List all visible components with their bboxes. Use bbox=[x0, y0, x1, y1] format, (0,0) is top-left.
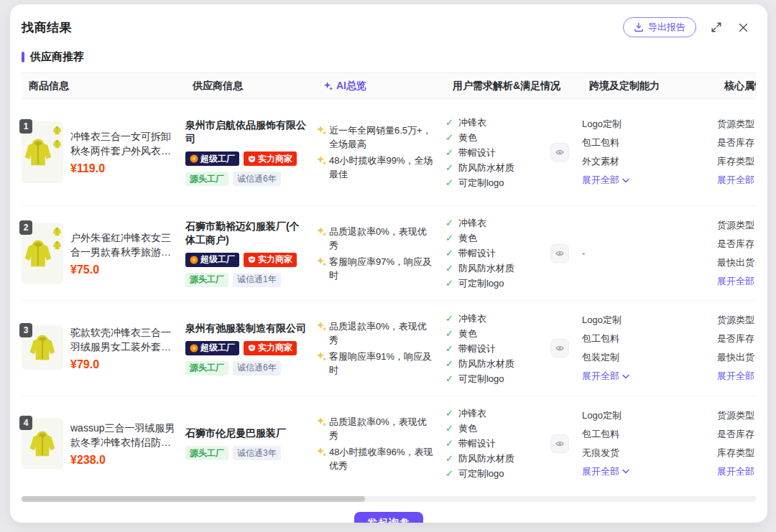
eye-icon[interactable] bbox=[550, 339, 569, 358]
eye-icon[interactable] bbox=[550, 434, 569, 453]
supplier-name[interactable]: 泉州市启航依品服饰有限公司 bbox=[185, 118, 306, 146]
core-attr-item: 是否库存 bbox=[717, 235, 756, 253]
check-icon: ✓ bbox=[445, 115, 453, 130]
table-row: 3 驼款软壳冲锋衣三合一羽绒服男女工装外套防风... ¥79.0 泉州有弛服装制… bbox=[22, 300, 756, 396]
core-attr-item: 库存类型 bbox=[717, 444, 756, 462]
product-image[interactable]: 2 bbox=[22, 223, 63, 284]
rank-badge: 1 bbox=[19, 119, 32, 134]
ai-summary-item: 48小时揽收率99%，全场最佳 bbox=[316, 154, 435, 181]
product-image[interactable]: 4 bbox=[22, 418, 63, 470]
sparkle-icon bbox=[316, 416, 326, 426]
expand-icon[interactable] bbox=[709, 20, 724, 34]
supplier-name[interactable]: 石狮市伦尼曼巴服装厂 bbox=[185, 426, 306, 440]
eye-icon[interactable] bbox=[550, 143, 569, 162]
customization-cell: Logo定制 包工包料 包装定制 展开全部 bbox=[582, 311, 717, 386]
super-factory-icon bbox=[190, 344, 198, 353]
expand-all-link[interactable]: 展开全部 bbox=[582, 367, 717, 386]
expand-all-label: 展开全部 bbox=[582, 462, 619, 481]
core-attr-item: 最快出货 bbox=[717, 348, 756, 367]
customization-item: 包工包料 bbox=[582, 134, 717, 152]
export-report-button[interactable]: 导出报告 bbox=[623, 17, 696, 37]
demand-text: 带帽设计 bbox=[458, 145, 496, 160]
section-title-label: 供应商推荐 bbox=[30, 50, 84, 64]
column-header-ai[interactable]: AI总览 bbox=[323, 80, 453, 93]
check-icon: ✓ bbox=[445, 215, 453, 230]
ai-summary-item: 客服响应率91%，响应及时 bbox=[316, 350, 435, 377]
thumbnail-strip bbox=[52, 126, 62, 149]
expand-all-label: 展开全部 bbox=[717, 462, 754, 481]
horizontal-scrollbar[interactable] bbox=[22, 496, 756, 502]
demand-text: 可定制logo bbox=[458, 466, 504, 481]
inquiry-button[interactable]: 发起询盘 bbox=[354, 512, 423, 523]
section-accent-bar bbox=[22, 52, 24, 62]
demand-text: 黄色 bbox=[458, 326, 477, 341]
supplier-tags: 源头工厂 诚信通1年 bbox=[185, 273, 306, 287]
ai-summary-item: 品质退款率0%，表现优秀 bbox=[316, 319, 435, 347]
chengxintong-tag: 诚信通6年 bbox=[233, 361, 281, 375]
expand-all-label: 展开全部 bbox=[582, 367, 619, 386]
product-price: ¥238.0 bbox=[70, 454, 177, 467]
demand-text: 防风防水材质 bbox=[458, 160, 514, 175]
customization-item: 包工包料 bbox=[582, 330, 717, 348]
demand-item: ✓防风防水材质 bbox=[445, 356, 548, 371]
expand-all-link[interactable]: 展开全部 bbox=[717, 171, 756, 190]
product-title[interactable]: 驼款软壳冲锋衣三合一羽绒服男女工装外套防风... bbox=[70, 325, 177, 354]
column-header-core: 核心属性 bbox=[724, 80, 756, 93]
product-cell: 3 驼款软壳冲锋衣三合一羽绒服男女工装外套防风... ¥79.0 bbox=[22, 325, 185, 371]
demand-text: 带帽设计 bbox=[458, 436, 496, 451]
expand-all-link[interactable]: 展开全部 bbox=[717, 367, 756, 386]
ai-summary-item: 48小时揽收率96%，表现优秀 bbox=[316, 445, 435, 472]
product-image[interactable]: 1 bbox=[22, 121, 63, 183]
check-icon: ✓ bbox=[445, 436, 453, 451]
customization-item: 无痕发货 bbox=[582, 444, 717, 462]
scrollbar-thumb[interactable] bbox=[22, 496, 365, 502]
expand-all-link[interactable]: 展开全部 bbox=[717, 272, 756, 291]
check-icon: ✓ bbox=[445, 341, 453, 356]
core-attr-item: 货源类型 bbox=[717, 311, 756, 330]
sparkle-icon bbox=[316, 155, 326, 165]
product-info: 冲锋衣三合一女可拆卸秋冬两件套户外风衣外套... ¥119.0 bbox=[70, 121, 177, 183]
check-icon: ✓ bbox=[445, 145, 453, 160]
column-header-ai-label: AI总览 bbox=[336, 80, 366, 93]
sparkle-icon bbox=[316, 351, 326, 361]
demand-text: 冲锋衣 bbox=[458, 115, 486, 130]
table-row: 4 wassup三合一羽绒服男款冬季冲锋衣情侣防水... ¥238.0 石狮市伦… bbox=[22, 396, 756, 490]
product-title[interactable]: 冲锋衣三合一女可拆卸秋冬两件套户外风衣外套... bbox=[70, 129, 177, 158]
demand-item: ✓带帽设计 bbox=[445, 145, 548, 160]
expand-all-label: 展开全部 bbox=[717, 367, 754, 386]
supplier-name[interactable]: 泉州有弛服装制造有限公司 bbox=[185, 322, 306, 335]
check-icon: ✓ bbox=[445, 451, 453, 466]
expand-all-label: 展开全部 bbox=[582, 171, 619, 190]
product-image[interactable]: 3 bbox=[22, 325, 63, 370]
product-title[interactable]: 户外朱雀红冲锋衣女三合一男款春秋季旅游登山... bbox=[70, 230, 177, 259]
demand-cell: ✓冲锋衣 ✓黄色 ✓带帽设计 ✓防风防水材质 ✓可定制logo bbox=[445, 215, 582, 291]
check-icon: ✓ bbox=[445, 130, 453, 145]
check-icon: ✓ bbox=[445, 356, 453, 371]
core-attr-item: 是否库存 bbox=[717, 330, 756, 348]
customization-cell: Logo定制 包工包料 无痕发货 展开全部 bbox=[582, 406, 717, 481]
strength-merchant-badge: 实力商家 bbox=[244, 341, 297, 355]
ai-summary-item: 近一年全网销量6.5万+，全场最高 bbox=[316, 123, 435, 151]
check-icon: ✓ bbox=[445, 371, 453, 386]
eye-icon[interactable] bbox=[550, 244, 569, 263]
expand-all-link[interactable]: 展开全部 bbox=[582, 462, 717, 481]
demand-text: 黄色 bbox=[458, 230, 477, 246]
supplier-badges: 超级工厂 实力商家 bbox=[185, 253, 306, 267]
product-title[interactable]: wassup三合一羽绒服男款冬季冲锋衣情侣防水... bbox=[70, 421, 177, 449]
supplier-name[interactable]: 石狮市勤裕迈幻服装厂(个体工商户) bbox=[185, 220, 306, 247]
core-attrs-cell: 货源类型 是否库存 库存类型 展开全部 bbox=[717, 406, 756, 481]
close-icon[interactable] bbox=[736, 21, 750, 34]
strength-merchant-icon bbox=[248, 256, 256, 263]
expand-all-link[interactable]: 展开全部 bbox=[717, 462, 756, 481]
demand-text: 冲锋衣 bbox=[458, 215, 486, 230]
expand-all-link[interactable]: 展开全部 bbox=[582, 171, 717, 190]
check-icon: ✓ bbox=[445, 326, 453, 341]
demand-text: 冲锋衣 bbox=[458, 311, 486, 326]
check-icon: ✓ bbox=[445, 276, 453, 291]
table-header-row: 商品信息 供应商信息 AI总览 用户需求解析&满足情况 跨境及定制能力 核心属性 bbox=[22, 73, 756, 99]
supplier-tags: 源头工厂 诚信通6年 bbox=[185, 361, 306, 375]
source-factory-tag: 源头工厂 bbox=[185, 273, 228, 287]
chevron-down-icon bbox=[622, 374, 629, 379]
demand-text: 带帽设计 bbox=[458, 246, 496, 261]
core-attr-item: 货源类型 bbox=[717, 115, 756, 134]
